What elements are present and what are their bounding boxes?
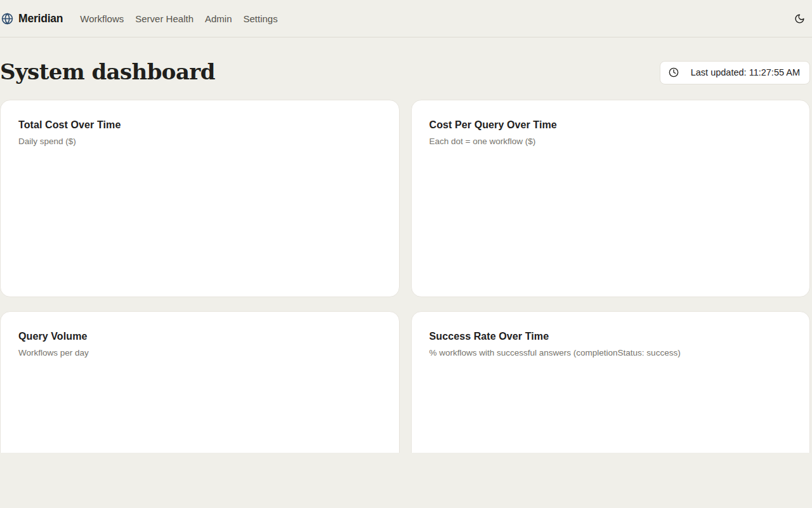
title-row: System dashboard Last updated: 11:27:55 … [0,60,810,84]
page-title: System dashboard [0,61,215,84]
cost-per-query-chart-area [429,146,792,279]
card-title: Query Volume [18,331,381,342]
card-success-rate: Success Rate Over Time % workflows with … [411,311,811,453]
card-subtitle: % workflows with successful answers (com… [429,348,792,358]
nav-item-workflows[interactable]: Workflows [80,13,124,24]
row-clip: Query Volume Workflows per day [0,311,400,453]
card-title: Success Rate Over Time [429,331,792,342]
nav-item-admin[interactable]: Admin [205,13,232,24]
card-query-volume: Query Volume Workflows per day [0,311,400,453]
card-total-cost: Total Cost Over Time Daily spend ($) [0,100,400,297]
nav-item-server-health[interactable]: Server Health [135,13,193,24]
total-cost-chart-area [18,146,381,279]
top-navigation-bar: Meridian Workflows Server Health Admin S… [0,0,812,37]
cards-grid: Total Cost Over Time Daily spend ($) Cos… [0,100,810,453]
card-subtitle: Daily spend ($) [18,137,381,146]
nav-item-settings[interactable]: Settings [244,13,278,24]
card-subtitle: Each dot = one workflow ($) [429,137,792,146]
last-updated-badge: Last updated: 11:27:55 AM [660,61,810,84]
card-cost-per-query: Cost Per Query Over Time Each dot = one … [411,100,811,297]
brand[interactable]: Meridian [1,12,63,25]
card-subtitle: Workflows per day [18,348,381,358]
card-title: Cost Per Query Over Time [429,119,792,131]
success-rate-chart-area [429,358,792,453]
last-updated-text: Last updated: 11:27:55 AM [691,67,800,77]
card-title: Total Cost Over Time [18,119,381,131]
brand-name: Meridian [18,12,63,25]
moon-icon [794,13,805,24]
main-nav: Workflows Server Health Admin Settings [80,13,277,24]
dashboard-content: System dashboard Last updated: 11:27:55 … [0,60,812,453]
theme-toggle-button[interactable] [792,11,807,26]
globe-icon [1,13,13,25]
query-volume-chart-area [18,358,381,453]
row-clip: Success Rate Over Time % workflows with … [411,311,811,453]
clock-icon [669,67,679,77]
